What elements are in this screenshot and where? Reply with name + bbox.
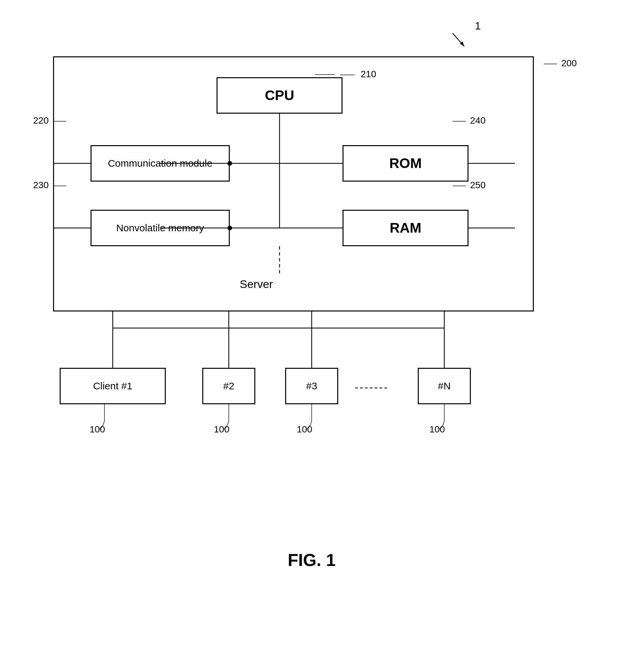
client1-box: Client #1 — [60, 368, 166, 404]
rom-label: ROM — [389, 155, 422, 171]
ref-200: 200 — [542, 58, 577, 69]
ref-100-client3: 100 — [297, 424, 312, 435]
dots-separator: ------- — [355, 381, 389, 393]
clientN-box: #N — [418, 368, 471, 404]
rom-box: ROM — [343, 145, 468, 182]
comm-label: Communication module — [108, 158, 212, 169]
comm-box: Communication module — [91, 145, 230, 182]
ram-box: RAM — [343, 210, 468, 246]
nonvol-box: Nonvolatile memory — [91, 210, 230, 246]
client1-label: Client #1 — [93, 380, 132, 392]
ref-230: 230 — [33, 180, 68, 191]
server-label: Server — [240, 278, 273, 291]
ref-100-clientN: 100 — [429, 424, 445, 435]
ref-250: 250 — [451, 180, 486, 191]
client3-box: #3 — [285, 368, 338, 404]
clientN-label: #N — [438, 380, 450, 392]
ref-100-client2: 100 — [214, 424, 229, 435]
cpu-box: CPU — [216, 77, 343, 114]
diagram-container: 1 CPU Communication module ROM Nonvolati… — [26, 17, 597, 596]
client2-box: #2 — [202, 368, 255, 404]
client3-label: #3 — [306, 380, 317, 392]
client2-label: #2 — [223, 380, 234, 392]
ref-210: 210 — [338, 69, 376, 80]
figure-label: FIG. 1 — [288, 550, 335, 570]
nonvol-label: Nonvolatile memory — [116, 222, 204, 234]
cpu-label: CPU — [265, 88, 295, 103]
ram-label: RAM — [390, 220, 421, 236]
ref-100-client1: 100 — [90, 424, 105, 435]
ref-1-label: 1 — [475, 20, 481, 32]
ref-240: 240 — [451, 115, 486, 126]
ref-220: 220 — [33, 115, 68, 126]
arrow-1-icon — [449, 30, 469, 51]
